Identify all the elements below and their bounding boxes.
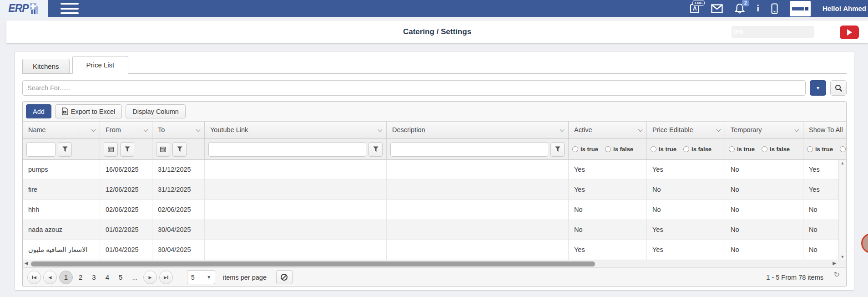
- column-header-youtube[interactable]: Youtube Link: [205, 122, 387, 138]
- scroll-left-icon[interactable]: ◀: [25, 261, 28, 266]
- cell-temporary: No: [725, 180, 803, 200]
- vertical-scrollbar[interactable]: ▲ ▼: [838, 160, 846, 260]
- column-header-active[interactable]: Active: [569, 122, 647, 138]
- notification-count-badge: 2: [742, 0, 749, 6]
- logo-building-icon: [30, 3, 40, 14]
- column-header-temporary[interactable]: Temporary: [725, 122, 803, 138]
- notifications-bell-icon[interactable]: 2: [735, 3, 745, 14]
- cell-to: 30/04/2025: [152, 240, 205, 260]
- table-row[interactable]: pumps 16/06/2025 31/12/2025 Yes Yes No Y…: [23, 160, 846, 180]
- cell-description: [387, 200, 569, 220]
- cell-name: nada azouz: [23, 220, 100, 240]
- cell-to: 30/04/2025: [152, 220, 205, 240]
- filter-active-true-radio[interactable]: [572, 146, 578, 152]
- cell-from: 01/02/2025: [100, 220, 152, 240]
- scroll-right-icon[interactable]: ▶: [833, 261, 836, 266]
- refresh-icon[interactable]: ↻: [834, 270, 840, 279]
- cell-active: Yes: [569, 240, 647, 260]
- avatar[interactable]: [790, 1, 811, 16]
- filter-temporary-false-radio[interactable]: [762, 146, 767, 152]
- filter-youtube-input[interactable]: [208, 142, 366, 157]
- cell-youtube: [205, 220, 387, 240]
- column-header-description[interactable]: Description: [387, 122, 569, 138]
- info-icon[interactable]: i: [757, 3, 759, 14]
- page-number[interactable]: 4: [102, 273, 113, 281]
- search-dropdown-button[interactable]: ▾: [810, 80, 826, 96]
- cell-youtube: [205, 240, 387, 260]
- tab-kitchens[interactable]: Kitchens: [22, 59, 70, 73]
- search-input[interactable]: [22, 80, 806, 96]
- column-header-name[interactable]: Name: [23, 122, 100, 138]
- filter-temporary-true-radio[interactable]: [729, 146, 735, 152]
- next-page-button[interactable]: ▶: [143, 271, 157, 284]
- column-header-show-to-all[interactable]: Show To All: [803, 122, 846, 138]
- filter-description-input[interactable]: [390, 142, 548, 157]
- filter-description-button[interactable]: [550, 142, 565, 157]
- horizontal-scroll-thumb[interactable]: [31, 261, 595, 266]
- filter-show-to-all-false-radio[interactable]: [840, 146, 846, 152]
- last-page-button[interactable]: ▶: [159, 271, 173, 284]
- cell-temporary: No: [725, 160, 803, 179]
- cell-temporary: No: [725, 220, 803, 240]
- add-button[interactable]: Add: [26, 104, 51, 118]
- mail-icon[interactable]: [711, 4, 723, 13]
- app-logo[interactable]: ERP: [0, 0, 48, 17]
- filter-name-button[interactable]: [58, 142, 72, 157]
- page-size-select[interactable]: 5 ▼: [187, 270, 215, 284]
- scroll-down-icon[interactable]: ▼: [839, 255, 846, 259]
- calendar-icon: [108, 146, 114, 152]
- floating-button-partial[interactable]: [861, 233, 868, 253]
- page-number-current[interactable]: 1: [59, 271, 73, 284]
- export-excel-button[interactable]: x Export to Excel: [55, 104, 122, 118]
- cell-from: 16/06/2025: [100, 160, 152, 179]
- cell-description: [387, 220, 569, 240]
- column-header-price-editable[interactable]: Price Editable: [647, 122, 725, 138]
- calendar-icon: [160, 146, 166, 152]
- tab-price-list[interactable]: Price List: [72, 56, 129, 74]
- table-row[interactable]: hhh 02/06/2025 02/06/2025 No No No No: [23, 200, 846, 220]
- progress-bar: 0%: [732, 26, 814, 38]
- cell-name: fire: [23, 180, 100, 200]
- filter-active-false-radio[interactable]: [605, 146, 611, 152]
- scroll-up-icon[interactable]: ▲: [839, 161, 846, 165]
- filter-price-editable-true-radio[interactable]: [651, 146, 656, 152]
- filter-show-to-all-true-radio[interactable]: [807, 146, 813, 152]
- cell-youtube: [205, 160, 387, 179]
- filter-youtube-button[interactable]: [368, 142, 383, 157]
- cell-description: [387, 180, 569, 200]
- mobile-icon[interactable]: [771, 3, 778, 14]
- play-icon: [847, 29, 852, 36]
- page-number[interactable]: 3: [88, 273, 99, 281]
- youtube-button[interactable]: [840, 26, 859, 39]
- chevron-down-icon: [144, 128, 148, 132]
- language-badge: ENG: [692, 0, 705, 6]
- search-button[interactable]: [830, 80, 847, 96]
- horizontal-scrollbar[interactable]: ◀ ▶: [23, 260, 846, 268]
- previous-page-button[interactable]: ◀: [43, 271, 57, 284]
- display-column-button[interactable]: Display Column: [126, 104, 186, 118]
- menu-hamburger-icon[interactable]: [61, 3, 79, 14]
- cell-active: No: [569, 200, 647, 220]
- table-row[interactable]: fire 12/06/2025 31/12/2025 Yes No No Yes: [23, 180, 846, 200]
- page-number[interactable]: 2: [75, 273, 86, 281]
- filter-name-input[interactable]: [26, 142, 56, 157]
- filter-price-editable-false-radio[interactable]: [683, 146, 689, 152]
- filter-to-datepicker-button[interactable]: [156, 142, 170, 157]
- filter-from-datepicker-button[interactable]: [104, 142, 118, 157]
- cell-description: [387, 160, 569, 179]
- page-ellipsis[interactable]: ...: [128, 274, 141, 281]
- column-header-from[interactable]: From: [100, 122, 152, 138]
- column-header-to[interactable]: To: [152, 122, 205, 138]
- app-page: ERP A ENG 2 i: [0, 0, 868, 297]
- filter-to-button[interactable]: [172, 142, 187, 157]
- content-panel: Kitchens Price List ▾ Add x Export to Ex…: [15, 51, 854, 291]
- first-page-button[interactable]: ◀: [27, 271, 41, 284]
- cancel-changes-button[interactable]: [276, 270, 293, 284]
- price-list-grid: Add x Export to Excel Display Column Nam…: [22, 101, 847, 287]
- table-row[interactable]: nada azouz 01/02/2025 30/04/2025 No Yes …: [23, 220, 846, 240]
- page-number[interactable]: 5: [115, 273, 126, 281]
- filter-from-button[interactable]: [120, 142, 134, 157]
- table-row[interactable]: الاسعار الصافيه مليون 01/04/2025 30/04/2…: [23, 240, 846, 260]
- language-icon[interactable]: A ENG: [690, 4, 699, 13]
- next-icon: ▶: [149, 275, 152, 280]
